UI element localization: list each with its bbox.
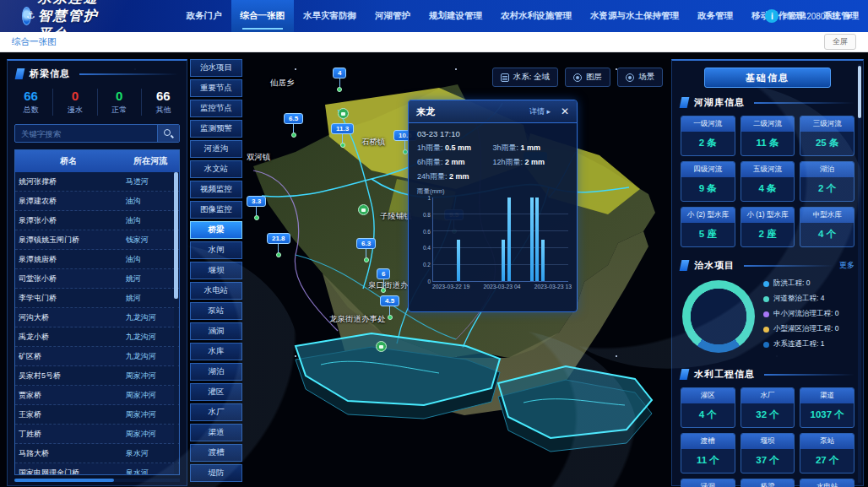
- rain-slot: [507, 198, 513, 281]
- fullscreen-button[interactable]: 全屏: [824, 34, 856, 50]
- map-control-水系: 全域[interactable]: 水系: 全域: [492, 68, 558, 87]
- map-control-图层[interactable]: 图层: [565, 68, 610, 87]
- section-marker-icon: [680, 369, 690, 380]
- rain-metric-24h雨量: 24h雨量: 2 mm: [417, 171, 493, 182]
- table-row[interactable]: 国家电网理金门桥泉水河: [15, 463, 179, 474]
- scrollbar-thumb[interactable]: [858, 66, 861, 118]
- table-row[interactable]: 丁姓桥周家冲河: [15, 425, 179, 444]
- nav-item-规划建设管理[interactable]: 规划建设管理: [420, 0, 491, 32]
- layer-item-治水项目[interactable]: 治水项目: [190, 59, 242, 77]
- stat-label: 正常: [98, 105, 141, 116]
- scrollbar-thumb[interactable]: [174, 172, 178, 299]
- station-marker[interactable]: 6.5: [284, 113, 303, 138]
- table-row[interactable]: 河沟大桥九龙沟河: [15, 308, 179, 327]
- layer-item-渠道[interactable]: 渠道: [190, 424, 242, 441]
- table-row[interactable]: 泉潭建农桥油沟: [15, 192, 179, 211]
- layer-item-水库[interactable]: 水库: [190, 343, 242, 360]
- station-marker[interactable]: 4: [333, 68, 346, 92]
- nav-item-水资源与水土保持管理[interactable]: 水资源与水土保持管理: [581, 0, 688, 32]
- layer-item-泵站[interactable]: 泵站: [190, 302, 242, 320]
- table-row[interactable]: 马路大桥泉水河: [15, 444, 179, 463]
- bridge-name-cell: 马路大桥: [15, 444, 122, 463]
- layer-item-堰坝[interactable]: 堰坝: [190, 262, 242, 279]
- table-row[interactable]: 吴家村5号桥周家冲河: [15, 366, 179, 386]
- rain-slot: [501, 198, 507, 281]
- engineering-card-水电站: 水电站3 个: [800, 479, 854, 487]
- table-row[interactable]: 李学屯门桥姚河: [15, 289, 179, 308]
- stat-value: 0: [53, 89, 96, 103]
- table-row[interactable]: 泉潭姚唐桥油沟: [15, 250, 179, 269]
- table-row[interactable]: 矿区桥九龙沟河: [15, 347, 179, 366]
- search-input[interactable]: [15, 125, 157, 142]
- popup-detail-link[interactable]: 详情 ▸: [529, 106, 551, 117]
- layer-item-监控节点[interactable]: 监控节点: [190, 100, 242, 117]
- table-row[interactable]: 姚河张撑桥马道河: [15, 172, 179, 192]
- table-row[interactable]: 禹龙小桥九龙沟河: [15, 327, 179, 347]
- card-value: 4 条: [741, 177, 795, 201]
- user-menu[interactable]: i hkzb42080201 ▼: [765, 0, 853, 32]
- camera-marker-icon[interactable]: [338, 108, 349, 119]
- rain-slot: [456, 198, 462, 281]
- more-link[interactable]: 更多: [839, 260, 854, 271]
- breadcrumb[interactable]: 综合一张图: [12, 36, 57, 48]
- layer-item-重要节点[interactable]: 重要节点: [190, 79, 242, 97]
- scrollbar-thumb[interactable]: [14, 479, 114, 482]
- map-control-场景[interactable]: 场景: [617, 68, 663, 87]
- map-control-label: 场景: [638, 72, 654, 83]
- layer-item-监测预警[interactable]: 监测预警: [190, 120, 242, 138]
- nav-item-政务管理[interactable]: 政务管理: [688, 0, 742, 32]
- chevron-down-icon: ▼: [844, 12, 853, 21]
- layer-item-水文站[interactable]: 水文站: [190, 160, 242, 178]
- nav-item-综合一张图[interactable]: 综合一张图: [231, 0, 295, 32]
- card-label: 一级河流: [681, 116, 735, 132]
- column-header-name: 桥名: [15, 150, 122, 172]
- camera-marker-icon[interactable]: [376, 341, 387, 352]
- river-card-四级河流: 四级河流9 条: [681, 161, 735, 202]
- nav-item-政务门户[interactable]: 政务门户: [177, 0, 231, 32]
- layer-item-河道沟[interactable]: 河道沟: [190, 140, 242, 158]
- station-marker[interactable]: 6.3: [356, 238, 376, 262]
- layer-item-水闸[interactable]: 水闸: [190, 241, 242, 259]
- layer-item-灌区[interactable]: 灌区: [190, 383, 242, 401]
- station-marker[interactable]: 3.3: [247, 196, 266, 220]
- layer-item-桥梁[interactable]: 桥梁: [190, 221, 242, 239]
- town-label: 双河镇: [247, 152, 271, 163]
- table-row[interactable]: 司堂张小桥姚河: [15, 269, 179, 289]
- legend-dot-icon: [763, 281, 769, 287]
- basic-info-button[interactable]: 基础信息: [704, 68, 831, 88]
- table-row[interactable]: 贾家桥周家冲河: [15, 386, 179, 405]
- layer-item-视频监控[interactable]: 视频监控: [190, 181, 242, 198]
- layer-item-水厂[interactable]: 水厂: [190, 403, 242, 421]
- station-marker[interactable]: 11.3: [331, 123, 354, 148]
- layer-item-涵洞[interactable]: 涵洞: [190, 322, 242, 340]
- layer-item-水电站[interactable]: 水电站: [190, 282, 242, 300]
- nav-item-水旱灾害防御[interactable]: 水旱灾害防御: [294, 0, 366, 32]
- table-row[interactable]: 泉潭张小桥油沟: [15, 211, 179, 230]
- layer-item-图像监控[interactable]: 图像监控: [190, 201, 242, 219]
- y-tick-label: 0.6: [423, 228, 431, 234]
- close-icon[interactable]: ✕: [561, 106, 569, 116]
- search-button[interactable]: [157, 125, 179, 142]
- layer-item-堤防[interactable]: 堤防: [190, 464, 242, 482]
- marker-stem: [383, 279, 384, 288]
- engineering-card-灌区: 灌区4 个: [681, 387, 735, 428]
- legend-label: 防洪工程: 0: [773, 279, 810, 289]
- table-row[interactable]: 泉潭镇姚玉闸门桥钱家河: [15, 230, 179, 250]
- card-value: 2 座: [741, 223, 795, 246]
- table-row[interactable]: 王家桥周家冲河: [15, 405, 179, 425]
- river-name-cell: 泉水河: [122, 444, 179, 463]
- camera-marker-icon[interactable]: [358, 204, 369, 215]
- layer-item-湖泊[interactable]: 湖泊: [190, 363, 242, 381]
- projects-donut-chart: [682, 280, 755, 353]
- station-marker[interactable]: 6: [377, 268, 390, 293]
- marker-stem: [342, 134, 343, 143]
- station-marker[interactable]: 21.8: [267, 233, 290, 257]
- layer-item-渡槽[interactable]: 渡槽: [190, 444, 242, 462]
- station-marker[interactable]: 4.5: [380, 295, 399, 320]
- y-tick-label: 0: [427, 279, 431, 284]
- engineering-card-渠道: 渠道1037 个: [800, 387, 854, 428]
- nav-menu: 政务门户综合一张图水旱灾害防御河湖管护规划建设管理农村水利设施管理水资源与水土保…: [177, 0, 868, 32]
- nav-item-农村水利设施管理[interactable]: 农村水利设施管理: [491, 0, 581, 32]
- nav-item-河湖管护[interactable]: 河湖管护: [366, 0, 420, 32]
- card-value: 4 个: [800, 223, 854, 246]
